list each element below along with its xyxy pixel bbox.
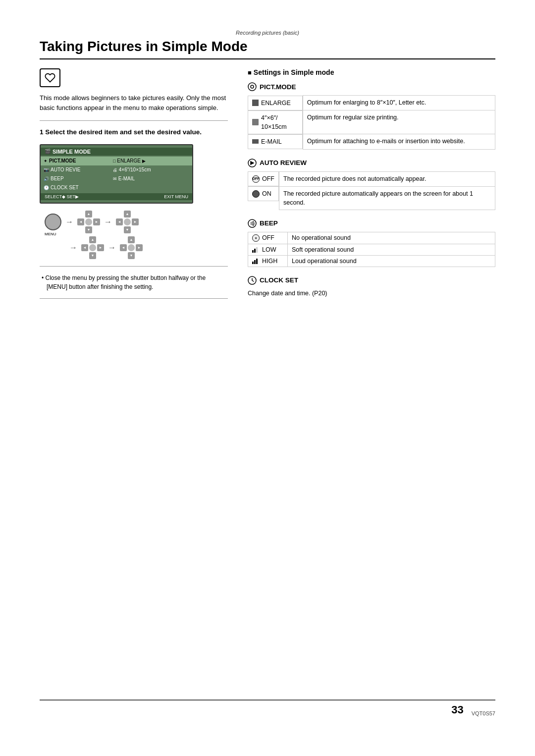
- beep-off-icon: ✕: [252, 234, 260, 242]
- table-row: OFF OFF The recorded picture does not au…: [248, 171, 495, 186]
- beep-table: ✕ OFF No operational sound: [248, 232, 495, 267]
- lcd-title: 🎬 SIMPLE MODE: [41, 148, 192, 156]
- svg-point-0: [248, 83, 256, 91]
- autoreview-off-cell: OFF OFF: [248, 171, 279, 186]
- pictmode-email-desc: Optimum for attaching to e-mails or inse…: [303, 134, 495, 149]
- on-circle-icon: [252, 190, 260, 198]
- doc-code: VQT0S57: [472, 710, 495, 716]
- intro-text: This mode allows beginners to take pictu…: [40, 93, 228, 112]
- beep-low-label: LOW: [262, 246, 276, 253]
- enlarge-icon: [252, 100, 259, 106]
- pictmode-print-label: 4″×6″/10×15cm: [261, 113, 287, 131]
- beep-off-cell: ✕ OFF: [248, 232, 288, 244]
- table-row: HIGH Loud operational sound: [248, 255, 495, 267]
- lcd-row-clockset: 🕐 CLOCK SET: [41, 183, 192, 192]
- page-title: Taking Pictures in Simple Mode: [40, 39, 495, 59]
- beep-low-desc: Soft operational sound: [288, 244, 495, 255]
- pictmode-email-label: E-MAIL: [261, 137, 282, 146]
- beep-low-cell: LOW: [248, 244, 288, 255]
- clockset-desc: Change date and time. (P20): [248, 289, 495, 298]
- autoreview-on-cell: ON: [248, 186, 279, 201]
- autoreview-icon: [248, 159, 257, 167]
- beep-high-icon: [252, 258, 260, 264]
- lcd-screen: 🎬 SIMPLE MODE ✦ PICT.MODE □ ENLARGE ▶ 📷 …: [40, 144, 193, 204]
- section-beep: BEEP ✕ OFF No operational sound: [248, 219, 495, 267]
- menu-label: MENU: [45, 232, 56, 236]
- pictmode-title: PICT.MODE: [248, 82, 495, 91]
- beep-high-desc: Loud operational sound: [288, 255, 495, 267]
- clock-icon: [248, 276, 257, 285]
- autoreview-title: AUTO REVIEW: [248, 159, 495, 167]
- beep-icon: [248, 219, 257, 228]
- pictmode-enlarge-desc: Optimum for enlarging to 8″×10″, Letter …: [303, 96, 495, 110]
- pictmode-table: ENLARGE Optimum for enlarging to 8″×10″,…: [248, 95, 495, 150]
- step1-heading: 1 Select the desired item and set the de…: [40, 128, 228, 137]
- table-row: ENLARGE Optimum for enlarging to 8″×10″,…: [248, 96, 495, 110]
- clockset-title: CLOCK SET: [248, 276, 495, 285]
- close-menu-note: • Close the menu by pressing the shutter…: [40, 273, 228, 291]
- page-footer: 33 VQT0S57: [40, 700, 495, 716]
- pictmode-print-desc: Optimum for regular size printing.: [303, 110, 495, 134]
- pictmode-print-cell: 4″×6″/10×15cm: [248, 110, 303, 134]
- dpad-icon: ▲ ▼ ◄ ►: [77, 211, 100, 233]
- table-row: ✕ OFF No operational sound: [248, 232, 495, 244]
- autoreview-on-label: ON: [262, 189, 271, 198]
- pictmode-email-cell: E-MAIL: [248, 134, 303, 149]
- beep-high-cell: HIGH: [248, 255, 288, 267]
- lcd-row-beep: 🔊 BEEP ✉ E-MAIL: [41, 174, 192, 183]
- page-subtitle: Recording pictures (basic): [40, 30, 495, 36]
- nav-diagram: MENU → ▲ ▼ ◄ ► → ▲ ▼ ◄ ►: [45, 211, 228, 259]
- section-autoreview: AUTO REVIEW OFF OFF The recorded picture…: [248, 159, 495, 210]
- table-row: 4″×6″/10×15cm Optimum for regular size p…: [248, 110, 495, 134]
- lcd-bottom: SELECT◆ SET▶ EXIT MENU: [41, 193, 192, 200]
- page-number: 33: [451, 703, 463, 716]
- pictmode-enlarge-label: ENLARGE: [261, 99, 291, 108]
- divider-3: [40, 298, 228, 299]
- table-row: LOW Soft operational sound: [248, 244, 495, 255]
- table-row: ON The recorded picture automatically ap…: [248, 186, 495, 210]
- svg-point-1: [251, 85, 254, 88]
- menu-button-icon: [45, 214, 61, 230]
- beep-low-icon: [252, 246, 260, 253]
- divider-1: [40, 120, 228, 121]
- svg-point-3: [248, 219, 256, 227]
- lcd-row-autoreview: 📷 AUTO REVIE 🖨 4×6″/10×15cm: [41, 165, 192, 174]
- pictmode-icon: [248, 82, 257, 91]
- email-icon: [252, 139, 259, 144]
- section-clockset: CLOCK SET Change date and time. (P20): [248, 276, 495, 298]
- beep-off-desc: No operational sound: [288, 232, 495, 244]
- off-circle-icon: OFF: [252, 175, 260, 183]
- beep-off-label: OFF: [262, 234, 274, 241]
- set2-button-icon: ▲ ▼ ◄ ►: [120, 236, 143, 259]
- pictmode-enlarge-cell: ENLARGE: [248, 96, 303, 110]
- left-column: This mode allows beginners to take pictu…: [40, 68, 228, 307]
- divider-2: [40, 266, 228, 267]
- section-pictmode: PICT.MODE ENLARGE Optimum for enlarging …: [248, 82, 495, 150]
- heart-icon: [40, 68, 60, 87]
- autoreview-table: OFF OFF The recorded picture does not au…: [248, 171, 495, 210]
- dpad2-icon: ▲ ▼ ◄ ►: [81, 236, 104, 259]
- print-icon: [252, 119, 259, 125]
- settings-heading: Settings in Simple mode: [248, 68, 495, 76]
- beep-high-label: HIGH: [262, 258, 277, 265]
- autoreview-on-desc: The recorded picture automatically appea…: [279, 186, 495, 210]
- lcd-row-pictmode: ✦ PICT.MODE □ ENLARGE ▶: [41, 157, 192, 165]
- autoreview-off-label: OFF: [262, 174, 274, 183]
- set-button-icon: ▲ ▼ ◄ ►: [116, 211, 139, 233]
- autoreview-off-desc: The recorded picture does not automatica…: [279, 171, 495, 186]
- right-column: Settings in Simple mode PICT.MODE ENLARG…: [248, 68, 495, 307]
- table-row: E-MAIL Optimum for attaching to e-mails …: [248, 134, 495, 149]
- beep-title: BEEP: [248, 219, 495, 228]
